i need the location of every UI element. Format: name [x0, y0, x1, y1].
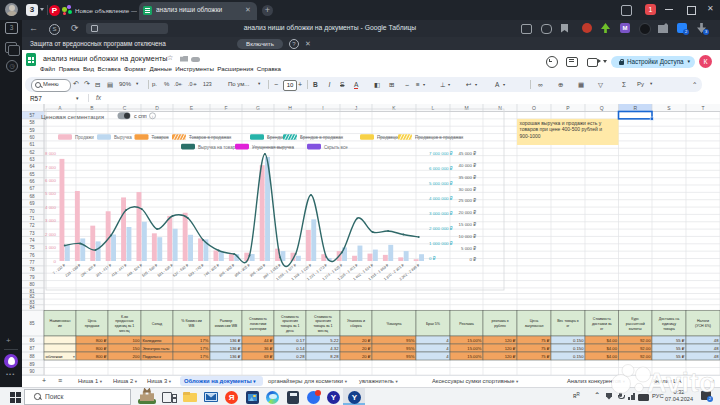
svg-text:83: 83	[29, 300, 35, 305]
svg-text:0.17: 0.17	[296, 338, 305, 343]
svg-text:Стоимость: Стоимость	[249, 317, 267, 321]
svg-text:2 000: 2 000	[45, 232, 57, 237]
svg-text:валюты: валюты	[629, 327, 642, 331]
svg-text:0 ₽: 0 ₽	[429, 256, 436, 261]
svg-text:136 ₽: 136 ₽	[230, 346, 241, 351]
svg-text:120 ₽: 120 ₽	[505, 346, 516, 351]
svg-text:Выручка на товар: Выручка на товар	[198, 145, 236, 150]
svg-text:▾: ▾	[73, 355, 75, 359]
svg-text:10 000 ₽: 10 000 ₽	[459, 234, 477, 239]
svg-text:136 ₽: 136 ₽	[230, 354, 241, 359]
svg-text:Вес товара в: Вес товара в	[557, 319, 579, 323]
svg-text:120 ₽: 120 ₽	[505, 354, 516, 359]
svg-text:0 ₽: 0 ₽	[470, 257, 477, 262]
svg-text:Налоги: Налоги	[697, 319, 709, 323]
svg-text:обложки: обложки	[46, 354, 64, 359]
svg-text:3 000 000 ₽: 3 000 000 ₽	[429, 211, 453, 216]
svg-text:К-во: К-во	[121, 315, 128, 319]
svg-text:% Комиссии: % Комиссии	[181, 319, 201, 323]
svg-text:Доставка на: Доставка на	[659, 317, 679, 321]
svg-text:рассчетной: рассчетной	[626, 322, 645, 326]
svg-text:92.00: 92.00	[640, 346, 651, 351]
svg-text:Склад: Склад	[152, 322, 163, 326]
svg-text:логистики: логистики	[250, 322, 266, 326]
svg-text:Электросталь: Электросталь	[143, 346, 171, 351]
svg-text:69: 69	[29, 201, 35, 206]
svg-text:Размер: Размер	[220, 319, 232, 323]
svg-text:N: N	[498, 105, 502, 111]
svg-text:Брендов: Брендов	[267, 135, 286, 140]
svg-text:74: 74	[29, 238, 35, 243]
svg-text:82: 82	[29, 294, 35, 299]
svg-text:D: D	[155, 105, 159, 111]
svg-text:ие: ие	[58, 324, 62, 328]
svg-text:G: G	[256, 105, 260, 111]
svg-text:800 ₽: 800 ₽	[96, 354, 107, 359]
svg-text:67: 67	[29, 186, 35, 191]
svg-text:Товаров: Товаров	[152, 135, 170, 140]
svg-text:Продавцов: Продавцов	[377, 135, 401, 140]
svg-text:Стоимость: Стоимость	[593, 317, 611, 321]
svg-text:4.32: 4.32	[330, 346, 339, 351]
svg-text:$4.00: $4.00	[607, 346, 618, 351]
svg-text:товара за 1: товара за 1	[280, 324, 299, 328]
svg-text:64: 64	[29, 164, 35, 169]
svg-text:900-1000: 900-1000	[520, 133, 541, 139]
svg-text:Цена: Цена	[530, 319, 539, 323]
svg-text:86: 86	[29, 338, 35, 343]
svg-text:день: день	[286, 329, 294, 333]
svg-text:комиссии WB: комиссии WB	[215, 324, 238, 328]
svg-text:8.28: 8.28	[330, 354, 339, 359]
svg-text:78: 78	[29, 267, 35, 272]
svg-text:7 000: 7 000	[45, 165, 57, 170]
svg-text:85: 85	[29, 321, 35, 326]
svg-text:62: 62	[29, 150, 35, 155]
svg-text:6 000 000 ₽: 6 000 000 ₽	[429, 166, 453, 171]
svg-text:1 000: 1 000	[45, 245, 57, 250]
svg-text:Брак 5%: Брак 5%	[426, 322, 441, 326]
svg-text:84: 84	[29, 305, 35, 310]
svg-text:Q: Q	[600, 105, 604, 111]
svg-text:57: 57	[29, 113, 35, 118]
svg-text:L: L	[432, 105, 435, 111]
svg-text:месяц: месяц	[318, 329, 328, 333]
svg-text:товара: товара	[663, 327, 674, 331]
svg-text:65: 65	[29, 172, 35, 177]
svg-text:R: R	[633, 105, 637, 111]
svg-text:48: 48	[714, 354, 719, 359]
svg-text:Ценовая сегментация: Ценовая сегментация	[41, 113, 104, 120]
svg-text:36 ₽: 36 ₽	[264, 346, 273, 351]
svg-text:Продажи: Продажи	[75, 135, 94, 140]
svg-text:I: I	[322, 105, 323, 111]
svg-text:4 000 000 ₽: 4 000 000 ₽	[429, 196, 453, 201]
svg-text:120 ₽: 120 ₽	[505, 338, 516, 343]
svg-text:17%: 17%	[200, 338, 209, 343]
svg-text:81: 81	[29, 289, 35, 294]
svg-text:единицу: единицу	[662, 322, 676, 326]
svg-text:T: T	[701, 105, 704, 111]
svg-text:59: 59	[29, 128, 35, 133]
svg-text:71: 71	[29, 216, 35, 221]
svg-text:69 ₽: 69 ₽	[264, 354, 273, 359]
svg-text:Упущенная выручка: Упущенная выручка	[252, 145, 294, 150]
svg-text:Скрыть все: Скрыть все	[324, 145, 348, 150]
svg-text:68: 68	[29, 194, 35, 199]
svg-text:61: 61	[29, 142, 35, 147]
svg-text:хорошая выручка и продажи есть: хорошая выручка и продажи есть у	[520, 120, 602, 126]
svg-text:75 ₽: 75 ₽	[541, 338, 550, 343]
svg-text:0.150: 0.150	[573, 354, 584, 359]
svg-text:хранения: хранения	[282, 319, 298, 323]
svg-text:4 000: 4 000	[45, 205, 57, 210]
svg-text:100: 100	[133, 338, 141, 343]
svg-text:$4.00: $4.00	[607, 338, 618, 343]
svg-text:Стоимость: Стоимость	[281, 315, 299, 319]
svg-text:H: H	[288, 105, 292, 111]
svg-text:44 ₽: 44 ₽	[264, 338, 273, 343]
svg-text:доставки за: доставки за	[592, 322, 612, 326]
svg-text:5.22: 5.22	[330, 338, 339, 343]
svg-text:товаров при цене 400-500 рубле: товаров при цене 400-500 рублей и	[520, 126, 603, 132]
svg-text:15.00%: 15.00%	[467, 346, 481, 351]
svg-text:55 ₽: 55 ₽	[676, 338, 685, 343]
svg-text:0.14: 0.14	[296, 346, 305, 351]
svg-text:%выкупа: %выкупа	[386, 322, 401, 326]
